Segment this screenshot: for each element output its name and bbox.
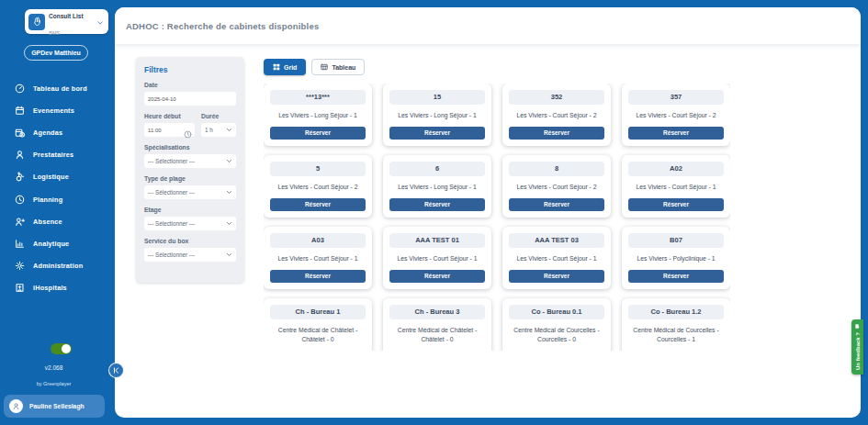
sidebar-item[interactable]: Prestataires (0, 144, 107, 166)
sidebar-item-label: Planning (33, 196, 62, 204)
reserve-button[interactable]: Réserver (270, 270, 366, 283)
reserve-button[interactable]: Réserver (270, 127, 366, 140)
page-header: ADHOC : Recherche de cabinets disponible… (115, 7, 861, 44)
feedback-label: Un feedback ? (855, 332, 861, 370)
wheelchair-icon (15, 172, 25, 182)
table-view-label: Tableau (332, 64, 355, 71)
cabinet-subtitle: Les Viviers - Court Séjour - 2 (509, 183, 604, 192)
grid-icon (273, 63, 280, 71)
cabinet-card: 6 Les Viviers - Long Séjour - 1 Réserver (383, 155, 491, 218)
sidebar-item[interactable]: Analytique (0, 232, 107, 254)
cabinet-subtitle: Les Viviers - Court Séjour - 1 (628, 183, 724, 192)
reserve-button[interactable]: Réserver (389, 270, 485, 283)
duration-select[interactable]: 1 h (201, 123, 236, 137)
cabinet-title: 352 (509, 90, 604, 105)
chevron-down-icon (226, 220, 232, 227)
theme-toggle[interactable] (51, 343, 72, 354)
sidebar-item[interactable]: Absence (0, 210, 107, 232)
calendar-icon (15, 106, 25, 116)
sidebar: Consult List BMS GPDev Matthieu Tableau … (0, 0, 107, 425)
filter-select[interactable]: --- Sélectionner --- (144, 185, 236, 199)
sidebar-item-label: iHospitals (33, 284, 67, 292)
cabinet-title: 15 (389, 90, 485, 105)
table-icon (321, 63, 328, 71)
cabinet-title: 8 (509, 162, 604, 176)
cabinet-card: A02 Les Viviers - Court Séjour - 1 Réser… (622, 155, 730, 218)
reserve-button[interactable]: Réserver (509, 270, 604, 283)
reserve-button[interactable]: Réserver (628, 270, 724, 283)
reserve-button[interactable]: Réserver (389, 198, 485, 211)
cabinet-subtitle: Centre Médical de Châtelet - Châtelet - … (270, 326, 366, 344)
sidebar-item[interactable]: Tableau de bord (0, 77, 107, 99)
filter-select-value: --- Sélectionner --- (148, 158, 195, 164)
person-icon (15, 150, 25, 160)
filter-select-label: Service du box (144, 238, 236, 244)
reserve-button[interactable]: Réserver (509, 127, 604, 140)
filter-select[interactable]: --- Sélectionner --- (144, 154, 236, 168)
sidebar-item[interactable]: Agendas (0, 121, 107, 143)
cabinet-card: Co - Bureau 1.2 Centre Médical de Cource… (622, 298, 730, 351)
cabinet-title: B07 (628, 233, 724, 248)
cabinet-subtitle: Les Viviers - Long Séjour - 1 (270, 111, 366, 120)
sidebar-item[interactable]: Planning (0, 188, 107, 210)
sidebar-item[interactable]: Evenements (0, 99, 107, 121)
profile-item[interactable]: Pauline Selleslagh (4, 395, 105, 418)
consult-list-icon (28, 14, 45, 30)
filter-select-label: Spécialisations (144, 144, 236, 151)
avatar (9, 399, 23, 413)
clock-icon (15, 195, 25, 205)
cabinet-card: A03 Les Viviers - Court Séjour - 1 Réser… (264, 227, 372, 289)
cabinet-title: 357 (628, 90, 724, 105)
agenda-icon (15, 128, 25, 138)
cabinet-card: AAA TEST 01 Les Viviers - Court Séjour -… (383, 227, 491, 289)
cabinet-card: 357 Les Viviers - Court Séjour - 2 Réser… (622, 84, 730, 146)
sidebar-item[interactable]: iHospitals (0, 277, 107, 299)
filter-select[interactable]: --- Sélectionner --- (144, 217, 236, 230)
cabinet-subtitle: Les Viviers - Court Séjour - 1 (509, 254, 604, 263)
clock-icon (184, 126, 192, 134)
reserve-button[interactable]: Réserver (389, 127, 485, 140)
cabinet-subtitle: Les Viviers - Court Séjour - 1 (270, 254, 366, 263)
reserve-button[interactable]: Réserver (628, 198, 724, 211)
cabinet-title: AAA TEST 03 (509, 233, 604, 248)
view-toggle: Grid Tableau (264, 59, 365, 75)
grid-view-label: Grid (284, 64, 297, 71)
sidebar-item-label: Administration (33, 262, 83, 270)
cabinet-title: A02 (628, 162, 724, 176)
cabinet-title: Ch - Bureau 1 (270, 305, 366, 319)
filter-select-value: --- Sélectionner --- (148, 220, 195, 227)
cabinet-title: ***13*** (270, 90, 366, 105)
reserve-button[interactable]: Réserver (509, 198, 604, 211)
person-icon (12, 402, 20, 410)
sidebar-item[interactable]: Administration (0, 255, 107, 277)
collapse-sidebar-button[interactable] (108, 363, 124, 378)
cabinet-card: Ch - Bureau 1 Centre Médical de Châtelet… (264, 298, 372, 351)
reserve-button[interactable]: Réserver (270, 198, 366, 211)
person-plus-icon (15, 217, 25, 227)
sidebar-item[interactable]: Logistique (0, 166, 107, 188)
chart-icon (15, 239, 25, 249)
cabinet-subtitle: Les Viviers - Court Séjour - 2 (628, 111, 724, 120)
grid-view-button[interactable]: Grid (264, 59, 306, 75)
speech-bubble-icon (854, 323, 861, 330)
app-switcher[interactable]: Consult List BMS (25, 9, 108, 34)
filter-select[interactable]: --- Sélectionner --- (144, 248, 236, 262)
reserve-button[interactable]: Réserver (628, 127, 724, 140)
profile-name: Pauline Selleslagh (29, 403, 85, 409)
cabinet-card: Co - Bureau 0.1 Centre Médical de Cource… (502, 298, 611, 351)
duration-value: 1 h (205, 127, 213, 133)
chevron-down-icon (226, 252, 232, 258)
cabinet-card: 5 Les Viviers - Court Séjour - 2 Réserve… (264, 155, 372, 218)
cabinet-card: Ch - Bureau 3 Centre Médical de Châtelet… (383, 298, 491, 351)
cabinet-card: ***13*** Les Viviers - Long Séjour - 1 R… (264, 84, 372, 146)
user-button[interactable]: GPDev Matthieu (24, 45, 88, 61)
date-input[interactable] (144, 92, 236, 106)
cabinet-subtitle: Centre Médical de Châtelet - Châtelet - … (389, 326, 485, 344)
filter-select-value: --- Sélectionner --- (148, 252, 195, 258)
filter-select-label: Etage (144, 207, 236, 213)
sidebar-item-label: Evenements (33, 106, 74, 115)
main-panel: ADHOC : Recherche de cabinets disponible… (115, 7, 861, 418)
cabinet-title: Co - Bureau 1.2 (628, 305, 724, 319)
table-view-button[interactable]: Tableau (311, 59, 365, 75)
feedback-tab[interactable]: Un feedback ? (851, 319, 863, 375)
